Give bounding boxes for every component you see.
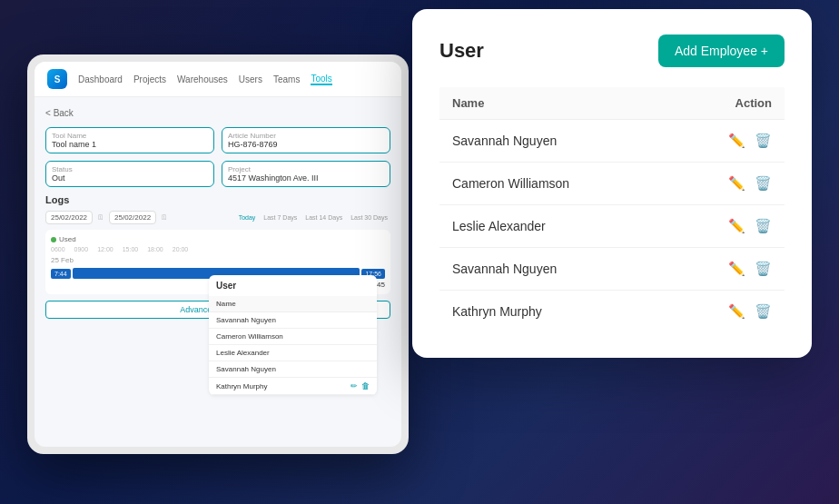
tool-name-label: Tool Name: [52, 132, 208, 140]
logs-filters: 25/02/2022 🗓 25/02/2022 🗓 Today Last 7 D…: [45, 211, 390, 224]
tablet-user-name-1: Cameron Williamson: [216, 332, 283, 341]
chart-dot: [51, 237, 56, 242]
filter-today[interactable]: Today: [236, 213, 259, 222]
logs-title: Logs: [45, 194, 390, 205]
tablet-user-row-0: Savannah Nguyen: [209, 312, 377, 329]
tablet-user-section: User Name Savannah Nguyen Cameron Willia…: [209, 268, 377, 395]
add-employee-button[interactable]: Add Employee +: [658, 35, 785, 67]
filter-30days[interactable]: Last 30 Days: [348, 213, 390, 222]
tablet-user-name-header: Name: [216, 300, 236, 308]
axis-1200: 12:00: [97, 246, 114, 252]
axis-1800: 18:00: [147, 246, 163, 252]
tablet-user-table: User Name Savannah Nguyen Cameron Willia…: [209, 275, 377, 395]
user-name-0: Savannah Nguyen: [439, 120, 672, 163]
user-row-2: Leslie Alexander ✏️ 🗑️: [439, 205, 785, 248]
col-header-action: Action: [672, 87, 785, 120]
user-actions-1: ✏️ 🗑️: [672, 163, 785, 205]
form-row-1: Tool Name Tool name 1 Article Number HG-…: [45, 127, 390, 153]
user-actions-3: ✏️ 🗑️: [672, 248, 785, 291]
date-to-calendar-icon: 🗓: [161, 213, 168, 222]
tablet-navbar: S Dashboard Projects Warehouses Users Te…: [35, 62, 401, 97]
delete-icon-4[interactable]: 🗑️: [755, 303, 772, 320]
edit-icon-4[interactable]: ✏️: [728, 303, 745, 320]
tool-name-value: Tool name 1: [52, 140, 96, 149]
tablet-user-row-4: Kathryn Murphy ✏ 🗑: [209, 378, 377, 395]
bar-start-label: 7:44: [51, 269, 71, 279]
panel-title: User: [439, 39, 484, 63]
tablet-user-row-3: Savannah Nguyen: [209, 361, 377, 378]
user-name-4: Kathryn Murphy: [439, 291, 672, 333]
tablet-user-name-0: Savannah Nguyen: [216, 316, 276, 324]
action-icons-0: ✏️ 🗑️: [685, 133, 772, 149]
tablet-user-row-2: Leslie Alexander: [209, 345, 377, 361]
tablet-user-name-2: Leslie Alexander: [216, 349, 270, 357]
user-actions-0: ✏️ 🗑️: [672, 120, 785, 163]
user-table: Name Action Savannah Nguyen ✏️ 🗑️ Camero…: [439, 87, 785, 332]
user-name-3: Savannah Nguyen: [439, 248, 672, 291]
user-row-4: Kathryn Murphy ✏️ 🗑️: [439, 291, 785, 333]
tablet-delete-icon-4[interactable]: 🗑: [361, 381, 370, 390]
tablet-user-actions-4: ✏ 🗑: [350, 381, 370, 390]
action-icons-1: ✏️ 🗑️: [685, 175, 772, 192]
nav-tools[interactable]: Tools: [311, 74, 331, 85]
table-header-row: Name Action: [439, 87, 785, 120]
nav-teams[interactable]: Teams: [273, 74, 300, 84]
action-icons-2: ✏️ 🗑️: [685, 218, 772, 234]
tablet-user-title: User: [209, 275, 377, 296]
date-to-input[interactable]: 25/02/2022: [109, 211, 156, 224]
filter-7days[interactable]: Last 7 Days: [261, 213, 300, 222]
tablet-edit-icon-4[interactable]: ✏: [350, 381, 358, 390]
panel-header: User Add Employee +: [439, 35, 785, 67]
edit-icon-1[interactable]: ✏️: [728, 175, 745, 192]
app-logo: S: [47, 69, 67, 89]
chart-date: 25 Feb: [51, 256, 385, 264]
edit-icon-3[interactable]: ✏️: [728, 261, 745, 277]
action-icons-3: ✏️ 🗑️: [685, 261, 772, 277]
edit-icon-0[interactable]: ✏️: [728, 133, 745, 149]
nav-projects[interactable]: Projects: [133, 74, 166, 84]
delete-icon-2[interactable]: 🗑️: [755, 218, 772, 234]
chart-axis: 0600 0900 12:00 15:00 18:00 20:00: [51, 246, 385, 252]
tablet-user-row-1: Cameron Williamson: [209, 329, 377, 345]
axis-0600: 0600: [51, 246, 65, 252]
back-button[interactable]: Back: [45, 108, 390, 118]
project-label: Project: [228, 165, 384, 173]
nav-users[interactable]: Users: [239, 74, 262, 84]
action-icons-4: ✏️ 🗑️: [685, 303, 772, 320]
delete-icon-1[interactable]: 🗑️: [755, 175, 772, 192]
status-value: Out: [52, 173, 65, 183]
article-number-label: Article Number: [228, 132, 384, 140]
user-actions-4: ✏️ 🗑️: [672, 291, 785, 333]
date-from-input[interactable]: 25/02/2022: [45, 211, 93, 224]
axis-2000: 20:00: [173, 246, 189, 252]
filter-14days[interactable]: Last 14 Days: [302, 213, 345, 222]
delete-icon-3[interactable]: 🗑️: [755, 261, 772, 277]
form-row-2: Status Out Project 4517 Washington Ave. …: [45, 161, 390, 187]
article-number-value: HG-876-8769: [228, 140, 278, 149]
nav-warehouses[interactable]: Warehouses: [177, 74, 228, 84]
edit-icon-2[interactable]: ✏️: [728, 218, 745, 234]
tablet-user-name-3: Savannah Nguyen: [216, 365, 276, 373]
user-name-1: Cameron Williamson: [439, 163, 672, 205]
date-separator: 🗓: [97, 213, 104, 222]
nav-dashboard[interactable]: Dashboard: [78, 74, 123, 84]
user-row-0: Savannah Nguyen ✏️ 🗑️: [439, 120, 785, 163]
user-actions-2: ✏️ 🗑️: [672, 205, 785, 248]
article-number-field[interactable]: Article Number HG-876-8769: [222, 127, 390, 153]
delete-icon-0[interactable]: 🗑️: [755, 133, 772, 149]
user-row-3: Savannah Nguyen ✏️ 🗑️: [439, 248, 785, 291]
tablet-user-name-4: Kathryn Murphy: [216, 382, 267, 390]
axis-0900: 0900: [74, 246, 89, 252]
user-name-2: Leslie Alexander: [439, 205, 672, 248]
project-field[interactable]: Project 4517 Washington Ave. III: [222, 161, 390, 187]
axis-1500: 15:00: [123, 246, 139, 252]
tool-name-field[interactable]: Tool Name Tool name 1: [45, 127, 214, 153]
user-panel: User Add Employee + Name Action Savannah…: [412, 9, 812, 358]
col-header-name: Name: [439, 87, 672, 120]
filter-buttons: Today Last 7 Days Last 14 Days Last 30 D…: [236, 213, 390, 222]
chart-label: Used: [51, 235, 385, 243]
status-field[interactable]: Status Out: [45, 161, 214, 187]
tablet-user-header: Name: [209, 296, 377, 312]
status-label: Status: [52, 165, 208, 173]
project-value: 4517 Washington Ave. III: [228, 173, 319, 183]
